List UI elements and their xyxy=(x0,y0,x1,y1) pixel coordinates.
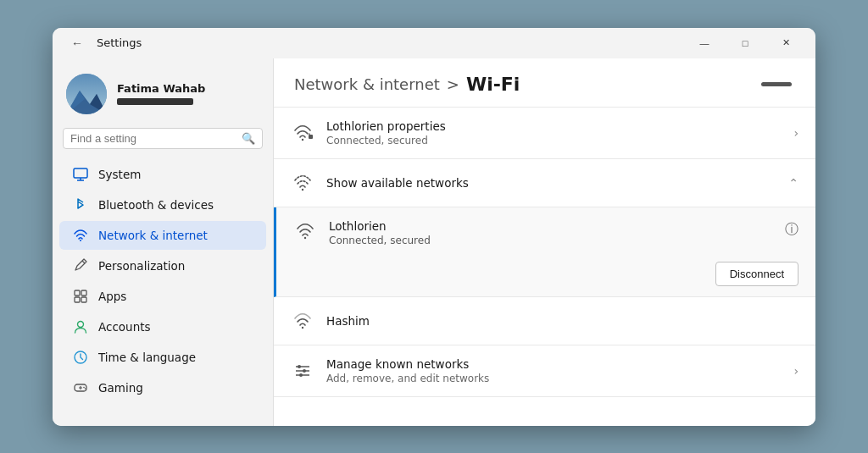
expanded-network-status: Connected, secured xyxy=(329,235,773,246)
svg-point-19 xyxy=(302,138,303,140)
page-header: Network & internet > Wi-Fi xyxy=(274,58,815,108)
bluetooth-icon xyxy=(73,197,88,213)
svg-point-7 xyxy=(80,240,81,241)
svg-point-22 xyxy=(304,236,306,238)
hashim-wifi-icon xyxy=(291,309,314,333)
settings-window: ← Settings — □ ✕ xyxy=(53,28,815,426)
info-icon[interactable]: ⓘ xyxy=(785,221,798,239)
minimize-button[interactable]: — xyxy=(685,30,724,57)
hashim-network-text: Hashim xyxy=(326,314,798,328)
svg-rect-9 xyxy=(81,290,86,296)
hashim-network-name: Hashim xyxy=(326,314,798,328)
svg-rect-4 xyxy=(74,168,87,178)
sidebar-item-system[interactable]: System xyxy=(59,160,266,189)
manage-networks-item[interactable]: Manage known networks Add, remove, and e… xyxy=(274,345,815,397)
breadcrumb-separator: > xyxy=(447,75,459,93)
available-networks-label: Show available networks xyxy=(326,176,776,190)
titlebar-left: ← Settings xyxy=(66,35,142,52)
manage-networks-icon xyxy=(291,359,314,383)
expanded-wifi-icon xyxy=(293,219,317,243)
breadcrumb: Network & internet > Wi-Fi xyxy=(294,74,520,95)
personalization-icon xyxy=(73,258,88,273)
svg-rect-8 xyxy=(75,290,80,296)
user-info: Fatima Wahab xyxy=(117,82,205,105)
sidebar-label-network: Network & internet xyxy=(98,229,208,242)
disconnect-button[interactable]: Disconnect xyxy=(715,262,798,286)
svg-point-29 xyxy=(299,373,303,377)
scroll-indicator xyxy=(761,82,792,86)
close-button[interactable]: ✕ xyxy=(766,30,805,57)
time-icon xyxy=(73,350,88,365)
manage-networks-subtitle: Add, remove, and edit networks xyxy=(326,373,782,384)
svg-point-17 xyxy=(83,386,85,388)
sidebar-label-personalization: Personalization xyxy=(98,259,185,273)
connected-network-text: Lothlorien properties Connected, secured xyxy=(326,119,782,146)
back-button[interactable]: ← xyxy=(66,35,88,52)
chevron-right-icon: › xyxy=(793,126,798,140)
svg-point-12 xyxy=(78,321,84,327)
svg-point-23 xyxy=(302,326,303,328)
search-icon: 🔍 xyxy=(242,132,255,145)
user-email-bar xyxy=(117,98,193,105)
window-body: Fatima Wahab 🔍 System xyxy=(53,58,815,426)
sidebar-item-network[interactable]: Network & internet xyxy=(59,221,266,250)
sidebar-label-bluetooth: Bluetooth & devices xyxy=(98,198,214,212)
connected-network-name: Lothlorien properties xyxy=(326,119,782,133)
user-section[interactable]: Fatima Wahab xyxy=(53,67,273,128)
svg-point-18 xyxy=(85,388,86,389)
expanded-network-item: Lothlorien Connected, secured ⓘ Disconne… xyxy=(274,207,815,297)
titlebar-title: Settings xyxy=(97,36,142,49)
network-actions: Disconnect xyxy=(276,258,815,296)
breadcrumb-current: Wi-Fi xyxy=(466,74,520,95)
maximize-button[interactable]: □ xyxy=(726,30,765,57)
available-networks-icon xyxy=(291,171,314,195)
expanded-network-row[interactable]: Lothlorien Connected, secured ⓘ xyxy=(276,207,815,258)
gaming-icon xyxy=(73,380,88,395)
svg-point-27 xyxy=(298,365,301,368)
svg-point-21 xyxy=(302,188,303,190)
wifi-properties-icon xyxy=(291,121,314,145)
sidebar-item-apps[interactable]: Apps xyxy=(59,282,266,311)
user-name: Fatima Wahab xyxy=(117,82,205,95)
sidebar-item-time[interactable]: Time & language xyxy=(59,343,266,372)
search-box[interactable]: 🔍 xyxy=(63,128,263,149)
accounts-icon xyxy=(73,319,88,334)
system-icon xyxy=(73,167,88,182)
sidebar-label-apps: Apps xyxy=(98,290,126,303)
sidebar: Fatima Wahab 🔍 System xyxy=(53,58,273,426)
titlebar: ← Settings — □ ✕ xyxy=(53,28,815,58)
sidebar-label-time: Time & language xyxy=(98,351,196,364)
sidebar-label-gaming: Gaming xyxy=(98,381,143,395)
search-input[interactable] xyxy=(70,132,236,145)
manage-networks-text: Manage known networks Add, remove, and e… xyxy=(326,357,782,384)
sidebar-label-system: System xyxy=(98,168,141,181)
avatar xyxy=(66,74,107,114)
sidebar-label-accounts: Accounts xyxy=(98,320,151,334)
apps-icon xyxy=(73,289,88,304)
svg-rect-10 xyxy=(75,297,80,302)
expanded-network-text: Lothlorien Connected, secured xyxy=(329,219,773,246)
content-area: Lothlorien properties Connected, secured… xyxy=(274,108,815,397)
window-controls: — □ ✕ xyxy=(685,30,805,57)
svg-rect-20 xyxy=(309,135,313,139)
network-icon xyxy=(73,228,88,243)
sidebar-item-bluetooth[interactable]: Bluetooth & devices xyxy=(59,191,266,219)
chevron-up-icon: ⌃ xyxy=(788,176,798,190)
manage-chevron-icon: › xyxy=(793,364,798,378)
sidebar-item-accounts[interactable]: Accounts xyxy=(59,312,266,341)
sidebar-item-gaming[interactable]: Gaming xyxy=(59,373,266,402)
hashim-network-item[interactable]: Hashim xyxy=(274,297,815,345)
available-networks-header[interactable]: Show available networks ⌃ xyxy=(274,159,815,207)
expanded-network-name: Lothlorien xyxy=(329,219,773,233)
main-content: Network & internet > Wi-Fi xyxy=(273,58,815,426)
svg-rect-11 xyxy=(81,297,86,302)
svg-point-28 xyxy=(303,369,306,373)
sidebar-item-personalization[interactable]: Personalization xyxy=(59,251,266,280)
breadcrumb-parent: Network & internet xyxy=(294,75,440,93)
connected-network-item[interactable]: Lothlorien properties Connected, secured… xyxy=(274,108,815,159)
available-networks-text: Show available networks xyxy=(326,176,776,190)
connected-network-status: Connected, secured xyxy=(326,135,782,146)
manage-networks-title: Manage known networks xyxy=(326,357,782,371)
